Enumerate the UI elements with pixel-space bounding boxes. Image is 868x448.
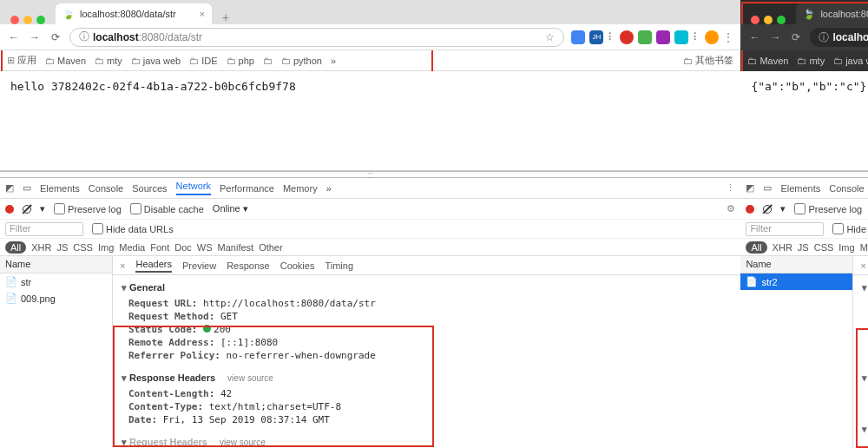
tab-elements[interactable]: Elements bbox=[40, 183, 80, 194]
filter-input[interactable]: Filter bbox=[746, 222, 824, 236]
window-controls[interactable] bbox=[5, 16, 50, 24]
other-bookmarks[interactable]: 🗀其他书签 bbox=[683, 54, 733, 67]
extension-icon[interactable]: JH bbox=[589, 30, 603, 44]
request-row[interactable]: 📄str2 bbox=[740, 273, 852, 290]
subtab-preview[interactable]: Preview bbox=[182, 260, 216, 271]
filter-doc[interactable]: Doc bbox=[174, 242, 192, 253]
tab-console[interactable]: Console bbox=[89, 183, 123, 194]
filter-icon[interactable]: ▾ bbox=[780, 203, 786, 214]
tab-performance[interactable]: Performance bbox=[220, 183, 274, 194]
address-input[interactable]: ⓘ localhost:8080/data/s... ☆ bbox=[810, 28, 868, 47]
general-section[interactable]: General bbox=[122, 279, 732, 297]
bookmark-folder[interactable]: 🗀 bbox=[263, 56, 273, 66]
filter-js[interactable]: JS bbox=[56, 242, 68, 253]
close-detail-icon[interactable]: × bbox=[120, 260, 125, 271]
filter-media[interactable]: Media bbox=[860, 242, 868, 253]
extension-icon[interactable] bbox=[638, 30, 652, 44]
throttle-select[interactable]: Online ▾ bbox=[213, 203, 248, 214]
request-row[interactable]: 📄str bbox=[0, 273, 112, 290]
filter-all[interactable]: All bbox=[746, 241, 766, 254]
bookmark-folder[interactable]: 🗀Maven bbox=[45, 56, 86, 66]
close-icon[interactable]: × bbox=[200, 9, 205, 19]
tab-memory[interactable]: Memory bbox=[283, 183, 318, 194]
inspect-icon[interactable]: ◩ bbox=[746, 182, 754, 194]
overflow-button[interactable]: » bbox=[331, 56, 336, 66]
hide-data-checkbox[interactable]: Hide data URLs bbox=[92, 223, 174, 234]
forward-icon[interactable]: → bbox=[768, 30, 782, 44]
extension-icon[interactable] bbox=[571, 30, 585, 44]
inspect-icon[interactable]: ◩ bbox=[5, 182, 14, 194]
filter-css[interactable]: CSS bbox=[73, 242, 93, 253]
back-icon[interactable]: ← bbox=[747, 30, 761, 44]
browser-tab[interactable]: 🍃 localhost:8080/data/str × bbox=[56, 3, 212, 24]
tab-overflow[interactable]: » bbox=[326, 183, 332, 194]
apps-button[interactable]: ⊞应用 bbox=[7, 54, 36, 67]
extension-icon[interactable] bbox=[620, 30, 634, 44]
browser-tab[interactable]: 🍃 localhost:8080/data/str2 × bbox=[796, 3, 868, 24]
device-icon[interactable]: ▭ bbox=[763, 182, 772, 194]
tab-elements[interactable]: Elements bbox=[780, 183, 820, 194]
request-headers-section[interactable]: Request Headersview source bbox=[862, 420, 868, 438]
response-headers-section[interactable]: Response Headersview source bbox=[862, 369, 868, 387]
subtab-timing[interactable]: Timing bbox=[325, 260, 353, 271]
back-icon[interactable]: ← bbox=[7, 30, 21, 44]
bookmark-folder[interactable]: 🗀php bbox=[227, 56, 254, 66]
filter-all[interactable]: All bbox=[5, 241, 26, 254]
filter-ws[interactable]: WS bbox=[197, 242, 213, 253]
bookmark-folder[interactable]: 🗀java web bbox=[131, 56, 181, 66]
tab-console[interactable]: Console bbox=[829, 183, 864, 194]
name-column-header[interactable]: Name bbox=[740, 256, 852, 273]
hide-data-checkbox[interactable]: Hide data URLs bbox=[832, 223, 868, 234]
close-detail-icon[interactable]: × bbox=[860, 260, 865, 271]
settings-icon[interactable]: ⚙ bbox=[727, 203, 735, 214]
devtools-drag-handle[interactable]: :: bbox=[0, 171, 740, 178]
bookmark-folder[interactable]: 🗀mty bbox=[797, 56, 825, 66]
new-tab-button[interactable]: + bbox=[217, 10, 234, 24]
tab-network[interactable]: Network bbox=[176, 181, 211, 195]
record-button[interactable] bbox=[746, 205, 754, 214]
name-column-header[interactable]: Name bbox=[0, 256, 112, 273]
filter-css[interactable]: CSS bbox=[814, 242, 834, 253]
extension-icon[interactable] bbox=[674, 30, 688, 44]
filter-input[interactable]: Filter bbox=[5, 222, 83, 236]
filter-img[interactable]: Img bbox=[838, 242, 854, 253]
preserve-log-checkbox[interactable]: Preserve log bbox=[794, 203, 862, 214]
filter-img[interactable]: Img bbox=[98, 242, 114, 253]
star-icon[interactable]: ☆ bbox=[545, 31, 555, 43]
window-controls[interactable] bbox=[746, 16, 791, 24]
forward-icon[interactable]: → bbox=[28, 30, 42, 44]
subtab-cookies[interactable]: Cookies bbox=[280, 260, 315, 271]
device-icon[interactable]: ▭ bbox=[23, 182, 31, 194]
disable-cache-checkbox[interactable]: Disable cache bbox=[130, 203, 204, 214]
bookmark-folder[interactable]: 🗀java web bbox=[833, 56, 868, 66]
address-input[interactable]: ⓘ localhost:8080/data/str ☆ bbox=[69, 28, 564, 47]
avatar[interactable] bbox=[705, 30, 719, 44]
filter-media[interactable]: Media bbox=[119, 242, 145, 253]
request-row[interactable]: 📄009.png bbox=[0, 290, 112, 306]
menu-icon[interactable]: ⋮ bbox=[723, 31, 733, 43]
bookmark-folder[interactable]: 🗀python bbox=[281, 56, 322, 66]
filter-xhr[interactable]: XHR bbox=[31, 242, 51, 253]
clear-button[interactable] bbox=[23, 205, 31, 214]
subtab-response[interactable]: Response bbox=[227, 260, 270, 271]
filter-other[interactable]: Other bbox=[259, 242, 283, 253]
request-headers-section[interactable]: Request Headersview source bbox=[122, 433, 732, 448]
reload-icon[interactable]: ⟳ bbox=[49, 30, 62, 44]
filter-manifest[interactable]: Manifest bbox=[218, 242, 254, 253]
devtools-drag-handle[interactable]: :: bbox=[740, 171, 868, 178]
devtools-menu-icon[interactable]: ⋮ bbox=[726, 182, 735, 194]
filter-font[interactable]: Font bbox=[150, 242, 169, 253]
response-headers-section[interactable]: Response Headersview source bbox=[122, 369, 732, 387]
subtab-headers[interactable]: Headers bbox=[135, 259, 172, 273]
filter-icon[interactable]: ▾ bbox=[40, 203, 45, 214]
record-button[interactable] bbox=[5, 205, 14, 214]
filter-js[interactable]: JS bbox=[798, 242, 809, 253]
preserve-log-checkbox[interactable]: Preserve log bbox=[54, 203, 122, 214]
extension-icon[interactable] bbox=[656, 30, 670, 44]
reload-icon[interactable]: ⟳ bbox=[789, 30, 803, 44]
general-section[interactable]: General bbox=[862, 279, 868, 297]
bookmark-folder[interactable]: 🗀mty bbox=[95, 56, 122, 66]
bookmark-folder[interactable]: 🗀Maven bbox=[747, 56, 788, 66]
tab-sources[interactable]: Sources bbox=[132, 183, 167, 194]
filter-xhr[interactable]: XHR bbox=[773, 242, 792, 253]
